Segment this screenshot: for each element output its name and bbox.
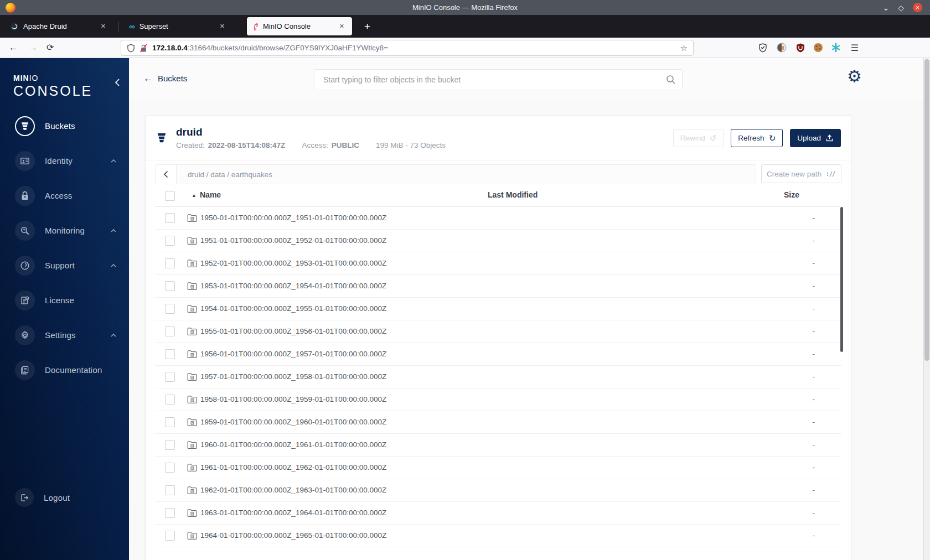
object-name[interactable]: 1953-01-01T00:00:00.000Z_1954-01-01T00:0… [200, 282, 386, 290]
chevron-up-icon[interactable] [110, 159, 117, 163]
extension-sparkle-icon[interactable] [830, 42, 841, 53]
row-checkbox[interactable] [165, 372, 175, 382]
table-row[interactable]: 1962-01-01T00:00:00.000Z_1963-01-01T00:0… [155, 479, 841, 502]
new-tab-button[interactable]: + [361, 21, 374, 32]
sidebar-item-logout[interactable]: Logout [0, 484, 129, 511]
bookmark-star-icon[interactable]: ☆ [680, 43, 688, 53]
table-row[interactable]: 1954-01-01T00:00:00.000Z_1955-01-01T00:0… [155, 298, 841, 320]
refresh-button[interactable]: Refresh ↻ [731, 129, 783, 147]
shield-permissions-icon[interactable] [127, 44, 135, 53]
table-row[interactable]: 1958-01-01T00:00:00.000Z_1959-01-01T00:0… [155, 388, 841, 411]
filter-objects-input[interactable] [314, 69, 683, 90]
object-name[interactable]: 1964-01-01T00:00:00.000Z_1965-01-01T00:0… [200, 531, 386, 540]
sidebar-item-license[interactable]: License [0, 283, 129, 318]
bucket-browser-card: druid Created: 2022-08-15T14:08:47Z Acce… [145, 115, 851, 560]
object-name[interactable]: 1950-01-01T00:00:00.000Z_1951-01-01T00:0… [200, 214, 386, 222]
row-checkbox[interactable] [165, 508, 175, 518]
tab-superset[interactable]: ∞ Superset ✕ [123, 17, 232, 35]
tab-close-icon[interactable]: ✕ [218, 22, 227, 31]
row-checkbox[interactable] [165, 531, 175, 541]
column-header-name[interactable]: Name [200, 190, 221, 199]
extension-ublock-icon[interactable] [795, 42, 806, 53]
chevron-up-icon[interactable] [110, 229, 117, 233]
extension-shield-check-icon[interactable] [757, 42, 768, 53]
logo-min: MIN [13, 74, 29, 82]
object-name[interactable]: 1958-01-01T00:00:00.000Z_1959-01-01T00:0… [200, 395, 386, 403]
tab-apache-druid[interactable]: Apache Druid ✕ [4, 17, 113, 35]
page-scrollbar[interactable] [923, 58, 930, 560]
table-row[interactable]: 1961-01-01T00:00:00.000Z_1962-01-01T00:0… [155, 457, 841, 479]
url-bar[interactable]: 172.18.0.4:31664/buckets/druid/browse/ZG… [121, 40, 694, 56]
row-checkbox[interactable] [165, 258, 175, 268]
table-row[interactable]: 1959-01-01T00:00:00.000Z_1960-01-01T00:0… [155, 411, 841, 434]
object-name[interactable]: 1960-01-01T00:00:00.000Z_1961-01-01T00:0… [200, 440, 386, 449]
chevron-up-icon[interactable] [110, 263, 117, 268]
sidebar-item-buckets[interactable]: Buckets [0, 108, 129, 143]
insecure-lock-icon[interactable] [140, 44, 148, 53]
forward-icon[interactable]: → [29, 42, 38, 53]
table-row[interactable]: 1950-01-01T00:00:00.000Z_1951-01-01T00:0… [155, 207, 841, 230]
row-checkbox[interactable] [165, 281, 175, 291]
object-name[interactable]: 1962-01-01T00:00:00.000Z_1963-01-01T00:0… [200, 486, 386, 494]
object-name[interactable]: 1957-01-01T00:00:00.000Z_1958-01-01T00:0… [200, 372, 386, 381]
row-checkbox[interactable] [165, 349, 175, 359]
object-name[interactable]: 1959-01-01T00:00:00.000Z_1960-01-01T00:0… [200, 418, 386, 426]
extension-cookie-icon[interactable] [813, 42, 824, 53]
tab-close-icon[interactable]: ✕ [99, 22, 108, 31]
window-close-button[interactable]: ✕ [913, 3, 922, 12]
console-settings-gear-icon[interactable]: ⚙ [847, 68, 862, 85]
object-size: - [813, 486, 815, 494]
row-checkbox[interactable] [165, 326, 175, 336]
tab-close-icon[interactable]: ✕ [337, 22, 347, 31]
breadcrumb-back-button[interactable] [156, 165, 177, 184]
sidebar-item-monitoring[interactable]: Monitoring [0, 213, 129, 248]
table-row[interactable]: 1952-01-01T00:00:00.000Z_1953-01-01T00:0… [155, 252, 841, 275]
table-row[interactable]: 1963-01-01T00:00:00.000Z_1964-01-01T00:0… [155, 502, 841, 525]
select-all-checkbox[interactable] [165, 191, 175, 201]
table-row[interactable]: 1951-01-01T00:00:00.000Z_1952-01-01T00:0… [155, 230, 841, 252]
back-icon[interactable]: ← [9, 42, 18, 53]
extension-mask-icon[interactable] [776, 42, 787, 53]
object-name[interactable]: 1963-01-01T00:00:00.000Z_1964-01-01T00:0… [200, 509, 386, 517]
reload-icon[interactable]: ⟳ [46, 42, 54, 53]
buckets-back-link[interactable]: ← Buckets [143, 74, 187, 83]
chevron-up-icon[interactable] [110, 333, 117, 338]
page-scrollbar-thumb[interactable] [924, 59, 929, 361]
table-row[interactable]: 1955-01-01T00:00:00.000Z_1956-01-01T00:0… [155, 320, 841, 343]
table-scrollbar-thumb[interactable] [840, 207, 843, 352]
sidebar-collapse-icon[interactable] [115, 78, 120, 87]
tab-minio-console[interactable]: MinIO Console ✕ [247, 17, 352, 35]
sidebar-item-settings[interactable]: Settings [0, 318, 129, 352]
sidebar-item-identity[interactable]: Identity [0, 143, 129, 178]
object-name[interactable]: 1961-01-01T00:00:00.000Z_1962-01-01T00:0… [200, 463, 386, 471]
create-new-path-button[interactable]: Create new path [761, 164, 841, 183]
row-checkbox[interactable] [165, 417, 175, 427]
table-row[interactable]: 1956-01-01T00:00:00.000Z_1957-01-01T00:0… [155, 343, 841, 366]
rewind-button[interactable]: Rewind ↺ [673, 129, 724, 147]
row-checkbox[interactable] [165, 236, 175, 246]
sidebar-item-documentation[interactable]: Documentation [0, 352, 129, 387]
table-row[interactable]: 1957-01-01T00:00:00.000Z_1958-01-01T00:0… [155, 366, 841, 388]
row-checkbox[interactable] [165, 485, 175, 495]
object-name[interactable]: 1952-01-01T00:00:00.000Z_1953-01-01T00:0… [200, 259, 386, 267]
url-text[interactable]: 172.18.0.4:31664/buckets/druid/browse/ZG… [152, 44, 388, 52]
breadcrumb[interactable]: druid / data / earthquakes [177, 165, 272, 184]
table-row[interactable]: 1953-01-01T00:00:00.000Z_1954-01-01T00:0… [155, 275, 841, 298]
sidebar-item-support[interactable]: Support [0, 248, 129, 283]
object-name[interactable]: 1954-01-01T00:00:00.000Z_1955-01-01T00:0… [200, 304, 386, 313]
row-checkbox[interactable] [165, 304, 175, 314]
menu-hamburger-icon[interactable]: ☰ [849, 42, 860, 53]
row-checkbox[interactable] [165, 440, 175, 450]
window-maximize-icon[interactable]: ◇ [898, 4, 904, 12]
table-row[interactable]: 1964-01-01T00:00:00.000Z_1965-01-01T00:0… [155, 525, 841, 547]
sidebar-item-access[interactable]: Access [0, 178, 129, 213]
table-row[interactable]: 1960-01-01T00:00:00.000Z_1961-01-01T00:0… [155, 434, 841, 457]
row-checkbox[interactable] [165, 213, 175, 223]
object-name[interactable]: 1956-01-01T00:00:00.000Z_1957-01-01T00:0… [200, 350, 386, 358]
object-name[interactable]: 1955-01-01T00:00:00.000Z_1956-01-01T00:0… [200, 327, 386, 335]
object-name[interactable]: 1951-01-01T00:00:00.000Z_1952-01-01T00:0… [200, 236, 386, 245]
window-minimize-icon[interactable]: ⌄ [882, 4, 889, 12]
row-checkbox[interactable] [165, 463, 175, 473]
upload-button[interactable]: Upload [790, 129, 841, 147]
row-checkbox[interactable] [165, 395, 175, 405]
